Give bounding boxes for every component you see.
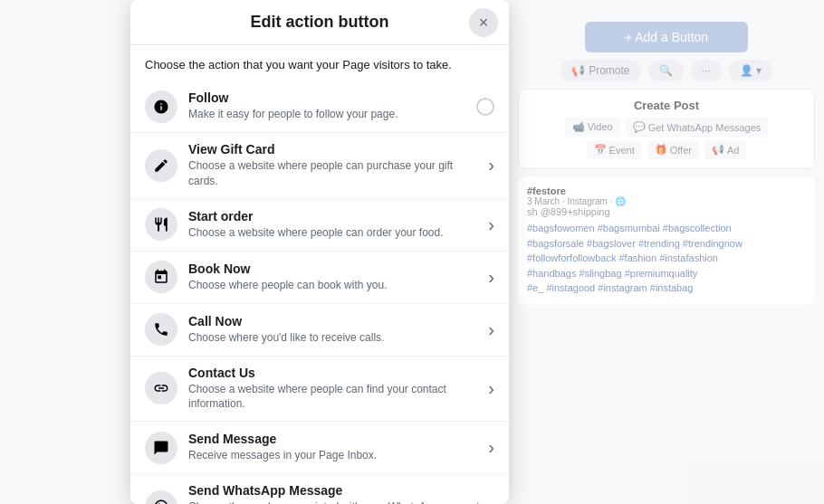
follow-title: Follow <box>188 90 476 105</box>
book-now-title: Book Now <box>188 262 481 276</box>
send-message-chevron <box>488 437 494 458</box>
action-item-start-order[interactable]: Start orderChoose a website where people… <box>130 199 509 252</box>
contact-us-chevron <box>488 378 494 399</box>
view-gift-card-title: View Gift Card <box>188 142 481 157</box>
start-order-title: Start order <box>188 209 481 223</box>
action-list: FollowMake it easy for people to follow … <box>130 81 509 504</box>
call-now-icon <box>145 313 177 346</box>
start-order-icon <box>145 208 177 241</box>
action-item-book-now[interactable]: Book NowChoose where people can book wit… <box>130 252 509 304</box>
view-gift-card-description: Choose a website where people can purcha… <box>188 158 481 189</box>
send-whatsapp-icon <box>145 490 177 504</box>
modal-subtitle: Choose the action that you want your Pag… <box>130 45 509 81</box>
send-message-icon <box>145 432 177 464</box>
action-item-call-now[interactable]: Call NowChoose where you'd like to recei… <box>130 304 509 357</box>
start-order-chevron <box>488 214 494 235</box>
view-gift-card-chevron <box>488 155 494 176</box>
action-item-follow[interactable]: FollowMake it easy for people to follow … <box>130 81 509 133</box>
book-now-chevron <box>488 267 494 288</box>
book-now-icon <box>145 261 177 293</box>
action-item-view-gift-card[interactable]: View Gift CardChoose a website where peo… <box>130 133 509 199</box>
contact-us-title: Contact Us <box>188 366 481 380</box>
start-order-description: Choose a website where people can order … <box>188 225 481 241</box>
follow-radio <box>476 98 494 116</box>
call-now-chevron <box>488 319 494 340</box>
action-item-send-message[interactable]: Send MessageReceive messages in your Pag… <box>130 422 509 474</box>
action-item-contact-us[interactable]: Contact UsChoose a website where people … <box>130 357 509 423</box>
edit-action-modal: Edit action button × Choose the action t… <box>130 0 509 504</box>
view-gift-card-icon <box>145 149 177 182</box>
send-whatsapp-description: Choose the number associated with your W… <box>188 499 481 504</box>
modal-header: Edit action button × <box>130 0 509 45</box>
send-whatsapp-title: Send WhatsApp Message <box>188 483 481 498</box>
modal-title: Edit action button <box>251 13 389 32</box>
contact-us-icon <box>145 372 177 404</box>
send-message-description: Receive messages in your Page Inbox. <box>188 448 481 463</box>
follow-description: Make it easy for people to follow your p… <box>188 107 476 122</box>
send-whatsapp-chevron <box>488 496 494 504</box>
action-item-send-whatsapp[interactable]: Send WhatsApp MessageChoose the number a… <box>130 474 509 504</box>
call-now-title: Call Now <box>188 314 481 328</box>
close-button[interactable]: × <box>469 8 498 37</box>
book-now-description: Choose where people can book with you. <box>188 278 481 293</box>
contact-us-description: Choose a website where people can find y… <box>188 382 481 413</box>
call-now-description: Choose where you'd like to receive calls… <box>188 330 481 346</box>
follow-icon <box>145 90 177 123</box>
send-message-title: Send Message <box>188 432 481 446</box>
